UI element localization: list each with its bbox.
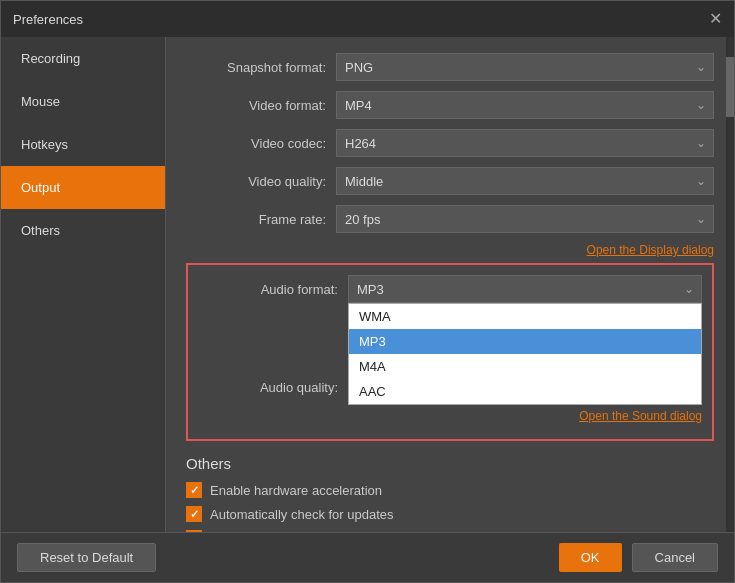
audio-format-row: Audio format: MP3 ⌄ WMA MP3 M4A AAC — [198, 275, 702, 303]
audio-format-arrow-icon: ⌄ — [684, 282, 694, 296]
audio-format-dropdown: MP3 ⌄ WMA MP3 M4A AAC — [348, 275, 702, 303]
snapshot-format-select[interactable]: PNG — [336, 53, 714, 81]
footer-right: OK Cancel — [559, 543, 718, 572]
frame-rate-select[interactable]: 20 fps — [336, 205, 714, 233]
video-format-select[interactable]: MP4 — [336, 91, 714, 119]
footer: Reset to Default OK Cancel — [1, 532, 734, 582]
check-icon-2: ✓ — [190, 508, 199, 521]
reset-button[interactable]: Reset to Default — [17, 543, 156, 572]
checkbox-hardware-label: Enable hardware acceleration — [210, 483, 382, 498]
audio-option-aac[interactable]: AAC — [349, 379, 701, 404]
sidebar-item-mouse[interactable]: Mouse — [1, 80, 165, 123]
checkbox-row-3: ✓ The program will start up automaticall… — [186, 530, 714, 532]
video-format-label: Video format: — [186, 98, 326, 113]
audio-option-mp3[interactable]: MP3 — [349, 329, 701, 354]
sidebar-item-recording[interactable]: Recording — [1, 37, 165, 80]
audio-format-display[interactable]: MP3 ⌄ — [348, 275, 702, 303]
open-display-dialog-link[interactable]: Open the Display dialog — [186, 243, 714, 257]
video-quality-select[interactable]: Middle — [336, 167, 714, 195]
video-quality-row: Video quality: Middle ⌄ — [186, 167, 714, 195]
frame-rate-row: Frame rate: 20 fps ⌄ — [186, 205, 714, 233]
dialog-title: Preferences — [13, 12, 83, 27]
video-format-row: Video format: MP4 ⌄ — [186, 91, 714, 119]
open-sound-dialog-link[interactable]: Open the Sound dialog — [198, 409, 702, 423]
video-quality-select-wrapper: Middle ⌄ — [336, 167, 714, 195]
scrollbar[interactable] — [726, 37, 734, 532]
title-bar: Preferences ✕ — [1, 1, 734, 37]
frame-rate-label: Frame rate: — [186, 212, 326, 227]
video-quality-label: Video quality: — [186, 174, 326, 189]
sidebar-item-others[interactable]: Others — [1, 209, 165, 252]
checkbox-updates[interactable]: ✓ — [186, 506, 202, 522]
content-area: Snapshot format: PNG ⌄ Video format: MP4… — [166, 37, 734, 532]
audio-format-label: Audio format: — [198, 282, 338, 297]
video-codec-label: Video codec: — [186, 136, 326, 151]
video-codec-row: Video codec: H264 ⌄ — [186, 129, 714, 157]
checkbox-autostart-label: The program will start up automatically … — [210, 531, 564, 533]
audio-option-m4a[interactable]: M4A — [349, 354, 701, 379]
checkbox-row-1: ✓ Enable hardware acceleration — [186, 482, 714, 498]
snapshot-format-label: Snapshot format: — [186, 60, 326, 75]
video-codec-select[interactable]: H264 — [336, 129, 714, 157]
video-format-select-wrapper: MP4 ⌄ — [336, 91, 714, 119]
snapshot-format-select-wrapper: PNG ⌄ — [336, 53, 714, 81]
audio-option-wma[interactable]: WMA — [349, 304, 701, 329]
check-icon-3: ✓ — [190, 532, 199, 533]
frame-rate-select-wrapper: 20 fps ⌄ — [336, 205, 714, 233]
audio-format-dropdown-list: WMA MP3 M4A AAC — [348, 303, 702, 405]
sidebar-item-output[interactable]: Output — [1, 166, 165, 209]
others-section: Others ✓ Enable hardware acceleration ✓ … — [186, 455, 714, 532]
others-title: Others — [186, 455, 714, 472]
sidebar-item-hotkeys[interactable]: Hotkeys — [1, 123, 165, 166]
video-codec-select-wrapper: H264 ⌄ — [336, 129, 714, 157]
close-button[interactable]: ✕ — [709, 11, 722, 27]
checkbox-hardware[interactable]: ✓ — [186, 482, 202, 498]
checkbox-updates-label: Automatically check for updates — [210, 507, 394, 522]
audio-section: Audio format: MP3 ⌄ WMA MP3 M4A AAC — [186, 263, 714, 441]
snapshot-format-row: Snapshot format: PNG ⌄ — [186, 53, 714, 81]
checkbox-row-2: ✓ Automatically check for updates — [186, 506, 714, 522]
audio-quality-label: Audio quality: — [198, 380, 338, 395]
cancel-button[interactable]: Cancel — [632, 543, 718, 572]
preferences-dialog: Preferences ✕ Recording Mouse Hotkeys Ou… — [0, 0, 735, 583]
scrollbar-thumb[interactable] — [726, 57, 734, 117]
checkbox-autostart[interactable]: ✓ — [186, 530, 202, 532]
sidebar: Recording Mouse Hotkeys Output Others — [1, 37, 166, 532]
check-icon-1: ✓ — [190, 484, 199, 497]
main-area: Recording Mouse Hotkeys Output Others Sn… — [1, 37, 734, 532]
ok-button[interactable]: OK — [559, 543, 622, 572]
